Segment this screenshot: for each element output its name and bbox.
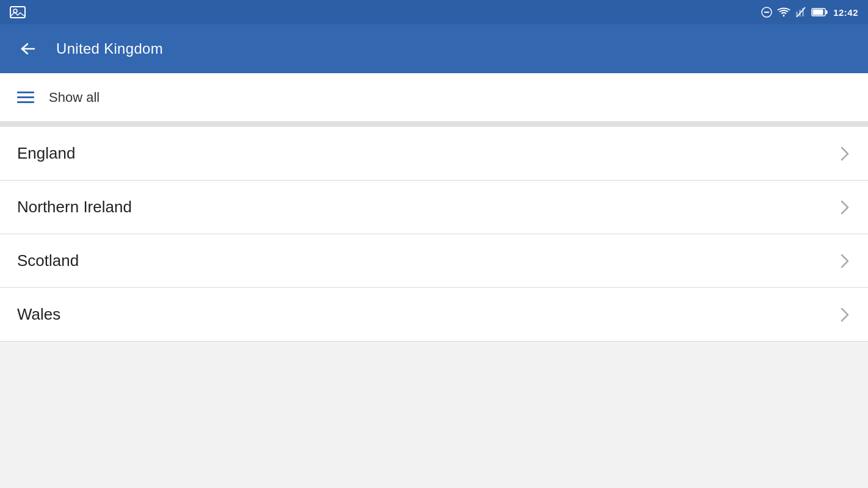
signal-off-icon <box>795 7 806 18</box>
list-item-label: Scotland <box>17 251 79 270</box>
svg-rect-0 <box>10 7 25 18</box>
wifi-icon <box>777 7 790 17</box>
battery-icon <box>811 8 828 16</box>
chevron-right-icon <box>839 198 851 217</box>
list-icon <box>17 92 37 103</box>
chevron-right-icon <box>839 145 851 163</box>
content: Show all England Northern Ireland Scotla… <box>0 73 868 488</box>
show-all-label: Show all <box>49 90 99 106</box>
back-button[interactable] <box>15 37 42 61</box>
status-bar: 12:42 <box>0 0 868 24</box>
status-bar-right: 12:42 <box>761 7 858 18</box>
list-item-label: Wales <box>17 305 60 324</box>
list-item[interactable]: Northern Ireland <box>0 181 868 234</box>
list-item[interactable]: Wales <box>0 288 868 342</box>
chevron-right-icon <box>839 252 851 270</box>
section-divider <box>0 122 868 127</box>
app-bar: United Kingdom <box>0 24 868 73</box>
app-bar-title: United Kingdom <box>56 40 163 57</box>
svg-rect-9 <box>813 10 823 15</box>
photo-icon <box>10 5 26 19</box>
svg-rect-10 <box>826 10 828 14</box>
list-item[interactable]: Scotland <box>0 234 868 288</box>
list-item[interactable]: England <box>0 127 868 181</box>
status-time: 12:42 <box>833 7 858 18</box>
show-all-row[interactable]: Show all <box>0 73 868 122</box>
chevron-right-icon <box>839 306 851 324</box>
list-item-label: Northern Ireland <box>17 198 132 217</box>
do-not-disturb-icon <box>761 7 772 18</box>
list-item-label: England <box>17 144 75 163</box>
status-bar-left <box>10 5 26 19</box>
